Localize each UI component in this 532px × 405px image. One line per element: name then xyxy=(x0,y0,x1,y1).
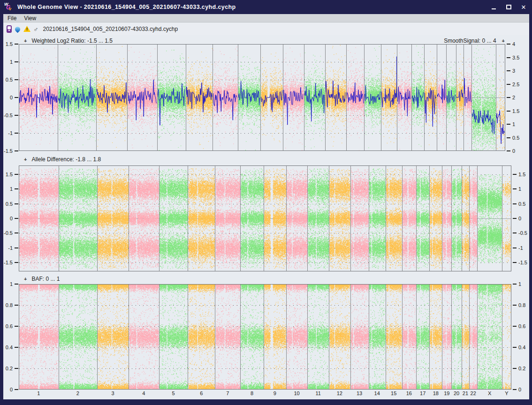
chromosome-label-11[interactable]: 11 xyxy=(315,390,320,396)
chromosome-label-22[interactable]: 22 xyxy=(471,390,476,396)
chromosome-label-Y[interactable]: Y xyxy=(505,390,508,396)
pin-icon xyxy=(14,26,22,33)
chromosome-label-12[interactable]: 12 xyxy=(337,390,342,396)
expand-track-button[interactable]: + xyxy=(24,38,27,44)
axis-tick-label: 1.5 xyxy=(507,108,519,114)
expand-track-button[interactable]: + xyxy=(24,157,27,162)
axis-tick-label: 0.5 xyxy=(6,77,18,82)
axis-tick-label: 0.2 xyxy=(6,366,18,371)
axis-tick-label: 0.5 xyxy=(507,135,519,141)
axis-tick-label: 0 xyxy=(10,216,18,221)
sample-filename: 20210616_154904_005_20210607-43033.cyhd.… xyxy=(43,26,178,32)
right-axis: 43.532.521.510.50 xyxy=(505,44,529,151)
chromosome-label-3[interactable]: 3 xyxy=(112,390,114,396)
array-chip-icon xyxy=(7,25,12,33)
menu-bar: File View xyxy=(3,14,529,22)
axis-tick-label: -1 xyxy=(8,245,18,251)
axis-tick-label: 1 xyxy=(513,186,521,192)
axis-tick-label: -0.5 xyxy=(513,230,527,236)
axis-tick-label: 1.5 xyxy=(6,41,18,47)
axis-tick-label: 1 xyxy=(10,281,18,287)
menu-view[interactable]: View xyxy=(20,15,40,22)
axis-tick-label: 0.8 xyxy=(6,302,18,308)
axis-tick-label: 0.5 xyxy=(6,201,18,207)
chromosome-label-9[interactable]: 9 xyxy=(274,390,276,396)
axis-tick-label: 1.5 xyxy=(513,172,525,177)
track-title: Allele Difference: -1.8 ... 1.8 xyxy=(31,156,101,163)
axis-tick-label: 0.4 xyxy=(513,345,525,350)
maximize-button[interactable] xyxy=(505,4,512,10)
chromosome-label-10[interactable]: 10 xyxy=(294,390,299,396)
axis-tick-label: 1.5 xyxy=(6,172,18,177)
wgv-app-icon: W G v xyxy=(4,2,13,12)
log2-ratio-plot[interactable] xyxy=(19,44,505,151)
axis-tick-label: 0.5 xyxy=(513,201,525,207)
track-header: + Allele Difference: -1.8 ... 1.8 xyxy=(3,156,529,165)
axis-tick-label: -1.5 xyxy=(513,260,527,265)
axis-tick-label: 0 xyxy=(10,95,18,100)
expand-right-axis-button[interactable]: + xyxy=(502,38,505,44)
axis-tick-label: 3.5 xyxy=(507,55,519,60)
allele-difference-plot[interactable] xyxy=(19,165,511,271)
track-baf: + BAF: 0 ... 1 10.80.60.40.20 10.80.60.4… xyxy=(3,276,529,390)
title-bar: W G v Whole Genome View - 20210616_15490… xyxy=(0,0,532,14)
chromosome-label-19[interactable]: 19 xyxy=(444,390,449,396)
right-axis: 1.510.50-0.5-1-1.5 xyxy=(511,165,529,271)
whole-genome-view-window: W G v Whole Genome View - 20210616_15490… xyxy=(0,0,532,405)
chromosome-label-16[interactable]: 16 xyxy=(406,390,412,396)
track-allele-difference: + Allele Difference: -1.8 ... 1.8 1.510.… xyxy=(3,156,529,271)
chromosome-label-17[interactable]: 17 xyxy=(420,390,426,396)
axis-tick-label: 2 xyxy=(507,95,515,100)
chromosome-label-8[interactable]: 8 xyxy=(251,390,253,396)
chromosome-label-7[interactable]: 7 xyxy=(226,390,229,396)
chromosome-label-6[interactable]: 6 xyxy=(200,390,203,396)
track-header: + Weighted Log2 Ratio: -1.5 ... 1.5 Smoo… xyxy=(3,35,529,44)
right-axis: 10.80.60.40.20 xyxy=(511,284,529,390)
left-axis: 1.510.50-0.5-1-1.5 xyxy=(3,44,19,151)
axis-tick-label: 3 xyxy=(507,68,515,74)
axis-tick-label: -1 xyxy=(8,130,18,136)
chromosome-label-20[interactable]: 20 xyxy=(454,390,459,396)
axis-tick-label: 0 xyxy=(507,148,515,154)
axis-tick-label: -0.5 xyxy=(4,230,18,236)
minimize-icon xyxy=(492,8,496,9)
chromosome-label-14[interactable]: 14 xyxy=(374,390,380,396)
baf-plot[interactable] xyxy=(19,284,511,390)
chromosome-label-4[interactable]: 4 xyxy=(142,390,145,396)
window-title: Whole Genome View - 20210616_154904_005_… xyxy=(17,4,236,10)
left-axis: 10.80.60.40.20 xyxy=(3,284,19,390)
chromosome-label-5[interactable]: 5 xyxy=(172,390,175,396)
chromosome-label-18[interactable]: 18 xyxy=(433,390,439,396)
track-title: BAF: 0 ... 1 xyxy=(31,276,60,282)
axis-tick-label: 1 xyxy=(10,186,18,192)
tracks-panel: + Weighted Log2 Ratio: -1.5 ... 1.5 Smoo… xyxy=(3,35,529,399)
track-weighted-log2-ratio: + Weighted Log2 Ratio: -1.5 ... 1.5 Smoo… xyxy=(3,35,529,151)
male-symbol-icon: ♂ xyxy=(33,25,38,33)
menu-file[interactable]: File xyxy=(3,15,20,22)
chromosome-label-X[interactable]: X xyxy=(488,390,491,396)
track-title: Weighted Log2 Ratio: -1.5 ... 1.5 xyxy=(31,38,113,44)
warning-icon: ! xyxy=(23,26,30,32)
maximize-icon xyxy=(506,5,511,9)
axis-tick-label: -1.5 xyxy=(4,260,18,265)
expand-track-button[interactable]: + xyxy=(24,276,27,282)
chromosome-axis-labels: 12345678910111213141516171819202122XY xyxy=(3,390,529,397)
chromosome-label-1[interactable]: 1 xyxy=(37,390,40,396)
axis-tick-label: 2.5 xyxy=(507,82,519,87)
track-header: + BAF: 0 ... 1 xyxy=(3,276,529,284)
toolbar: ! ♂ 20210616_154904_005_20210607-43033.c… xyxy=(3,22,529,35)
close-button[interactable]: ✕ xyxy=(520,4,527,10)
axis-tick-label: 0.4 xyxy=(6,345,18,350)
axis-tick-label: 0.6 xyxy=(513,323,525,329)
axis-tick-label: -0.5 xyxy=(4,112,18,118)
chromosome-label-15[interactable]: 15 xyxy=(391,390,396,396)
minimize-button[interactable] xyxy=(490,4,497,10)
right-axis-title: SmoothSignal: 0 ... 4 xyxy=(444,38,496,44)
axis-tick-label: 4 xyxy=(507,41,515,47)
chromosome-label-21[interactable]: 21 xyxy=(463,390,468,396)
close-icon: ✕ xyxy=(521,4,526,10)
chromosome-label-2[interactable]: 2 xyxy=(76,390,79,396)
axis-tick-label: 1 xyxy=(10,59,18,65)
axis-tick-label: 0 xyxy=(513,216,521,221)
chromosome-label-13[interactable]: 13 xyxy=(357,390,362,396)
